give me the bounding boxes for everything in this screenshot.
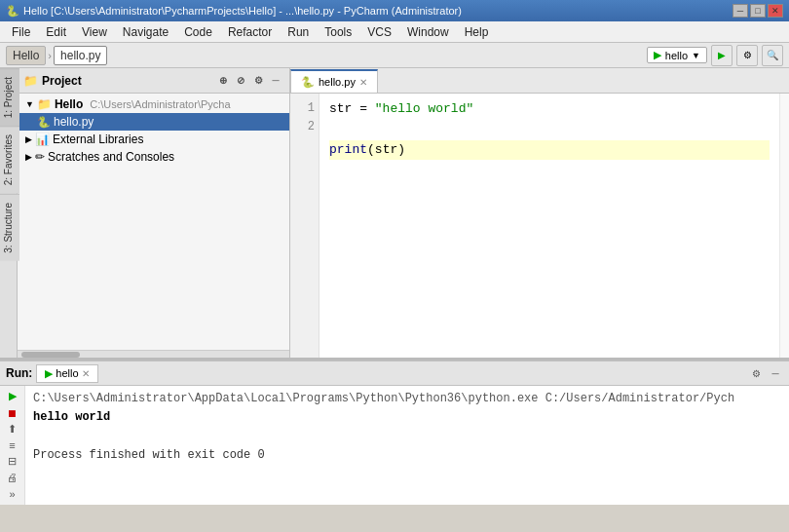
sidebar-tab-structure[interactable]: 3: Structure	[0, 194, 19, 261]
run-tab-hello[interactable]: ▶ hello ✕	[36, 364, 97, 383]
run-minimize-icon[interactable]: ─	[768, 365, 783, 381]
expand-right-icon: ▶	[25, 134, 32, 144]
minimize-panel-icon[interactable]: ─	[268, 73, 283, 89]
project-panel: 📁 Project ⊕ ⊘ ⚙ ─ ▼ 📁 Hello C:\Users\Adm…	[18, 68, 290, 358]
minimize-button[interactable]: ─	[733, 4, 748, 18]
editor-area: 🐍 hello.py ✕ 1 2 str = "hello world" pri…	[290, 68, 789, 358]
menu-file[interactable]: File	[4, 23, 38, 41]
tab-file-icon: 🐍	[301, 76, 315, 89]
run-settings-icon[interactable]: ⚙	[748, 365, 764, 381]
menu-help[interactable]: Help	[457, 23, 497, 41]
run-config-icon: ▶	[654, 49, 661, 61]
editor-tabs: 🐍 hello.py ✕	[290, 68, 789, 94]
tree-label: Hello	[55, 97, 83, 111]
search-button[interactable]: 🔍	[762, 45, 783, 66]
close-button[interactable]: ✕	[768, 4, 783, 18]
tab-label: hello.py	[319, 76, 356, 88]
breadcrumb-file[interactable]: hello.py	[54, 46, 107, 65]
editor-right-gutter	[779, 94, 789, 358]
run-wrap-button[interactable]: ≡	[3, 438, 22, 452]
tree-item-hello-root[interactable]: ▼ 📁 Hello C:\Users\Administrator\Pycha	[18, 95, 289, 113]
tree-item-hello-py[interactable]: 🐍 hello.py	[18, 113, 289, 131]
title-bar-controls: ─ □ ✕	[733, 4, 783, 18]
run-config-name: hello	[665, 50, 688, 61]
menu-code[interactable]: Code	[176, 23, 220, 41]
run-content-area: ▶ ⏹ ⬆ ≡ ⊟ 🖨 » C:\Users\Administrator\App…	[0, 386, 789, 505]
tree-label-ext: External Libraries	[53, 133, 143, 146]
maximize-button[interactable]: □	[750, 4, 766, 18]
run-filter-button[interactable]: ⊟	[3, 455, 22, 469]
run-button[interactable]: ▶	[711, 45, 733, 66]
breadcrumb: Hello › hello.py	[6, 46, 107, 65]
code-content[interactable]: str = "hello world" print(str)	[319, 94, 779, 358]
scratch-icon: ✏	[35, 150, 45, 164]
sidebar-tab-project[interactable]: 1: Project	[0, 68, 19, 126]
code-line-1: str = "hello world"	[329, 99, 770, 120]
run-output-blank	[33, 427, 781, 445]
window-title: Hello [C:\Users\Administrator\PycharmPro…	[23, 5, 462, 17]
run-exit-info: Process finished with exit code 0	[33, 446, 781, 465]
menu-view[interactable]: View	[74, 23, 115, 41]
run-output: C:\Users\Administrator\AppData\Local\Pro…	[25, 386, 789, 505]
line-num-1: 1	[294, 99, 315, 118]
menu-run[interactable]: Run	[280, 23, 317, 41]
tree-label-file: hello.py	[54, 115, 94, 129]
run-panel-header: Run: ▶ hello ✕ ⚙ ─	[0, 361, 789, 386]
run-panel: Run: ▶ hello ✕ ⚙ ─ ▶ ⏹ ⬆ ≡ ⊟ 🖨 » C:\	[0, 361, 789, 505]
run-scroll-top-button[interactable]: ⬆	[3, 422, 22, 436]
scrollbar-thumb	[21, 352, 80, 358]
nav-right: ▶ hello ▼ ▶ ⚙ 🔍	[647, 45, 783, 66]
expand-icon: ▼	[25, 99, 34, 109]
add-icon[interactable]: ⊕	[215, 73, 231, 89]
menu-refactor[interactable]: Refactor	[220, 23, 280, 41]
collapse-icon[interactable]: ⊘	[233, 73, 248, 89]
tab-close-icon[interactable]: ✕	[359, 77, 367, 88]
breadcrumb-hello[interactable]: Hello	[6, 46, 46, 65]
code-editor[interactable]: 1 2 str = "hello world" print(str)	[290, 94, 789, 358]
folder-icon: 📁	[23, 74, 38, 88]
tree-path: C:\Users\Administrator\Pycha	[90, 98, 230, 110]
settings-icon[interactable]: ⚙	[250, 73, 266, 89]
run-panel-right: ⚙ ─	[748, 365, 783, 381]
run-tab-name: hello	[56, 367, 78, 379]
tree-item-external-libs[interactable]: ▶ 📊 External Libraries	[18, 131, 289, 148]
expand-right-icon-2: ▶	[25, 152, 32, 162]
upper-area: 1: Project 2: Favorites 3: Structure 📁 P…	[0, 68, 789, 361]
folder-icon: 📁	[37, 97, 52, 111]
panel-header-right: ⊕ ⊘ ⚙ ─	[215, 73, 283, 89]
project-panel-header: 📁 Project ⊕ ⊘ ⚙ ─	[18, 68, 289, 94]
main-area: 1: Project 2: Favorites 3: Structure 📁 P…	[0, 68, 789, 532]
left-side-tabs: 1: Project 2: Favorites 3: Structure	[0, 68, 18, 358]
tree-item-scratches[interactable]: ▶ ✏ Scratches and Consoles	[18, 148, 289, 166]
menu-tools[interactable]: Tools	[317, 23, 359, 41]
debug-button[interactable]: ⚙	[736, 45, 758, 66]
line-num-2: 2	[294, 118, 315, 136]
ext-lib-icon: 📊	[35, 133, 50, 146]
run-config-dropdown[interactable]: ▶ hello ▼	[647, 47, 707, 63]
run-tab-close[interactable]: ✕	[82, 368, 90, 379]
run-command-line: C:\Users\Administrator\AppData\Local\Pro…	[33, 390, 781, 408]
run-print-button[interactable]: 🖨	[3, 472, 22, 485]
menu-bar: File Edit View Navigate Code Refactor Ru…	[0, 21, 789, 43]
chevron-down-icon: ▼	[692, 51, 700, 60]
editor-tab-hello-py[interactable]: 🐍 hello.py ✕	[290, 69, 378, 93]
tree-label-scratch: Scratches and Consoles	[48, 150, 174, 164]
project-panel-scrollbar[interactable]	[18, 350, 289, 358]
line-numbers: 1 2	[290, 94, 319, 358]
run-play-button[interactable]: ▶	[3, 390, 22, 403]
run-stop-button[interactable]: ⏹	[3, 406, 22, 420]
code-line-2: print(str)	[329, 140, 770, 161]
menu-window[interactable]: Window	[399, 23, 457, 41]
menu-navigate[interactable]: Navigate	[115, 23, 176, 41]
run-tab-icon: ▶	[45, 367, 53, 380]
run-label: Run:	[6, 366, 32, 380]
panel-title: Project	[42, 74, 82, 88]
run-expand-button[interactable]: »	[3, 487, 22, 501]
sidebar-tab-favorites[interactable]: 2: Favorites	[0, 126, 19, 193]
title-bar: 🐍 Hello [C:\Users\Administrator\PycharmP…	[0, 0, 789, 21]
python-file-icon: 🐍	[37, 116, 51, 129]
menu-edit[interactable]: Edit	[38, 23, 74, 41]
project-tree: ▼ 📁 Hello C:\Users\Administrator\Pycha 🐍…	[18, 94, 289, 350]
menu-vcs[interactable]: VCS	[359, 23, 399, 41]
run-left-tools: ▶ ⏹ ⬆ ≡ ⊟ 🖨 »	[0, 386, 25, 505]
